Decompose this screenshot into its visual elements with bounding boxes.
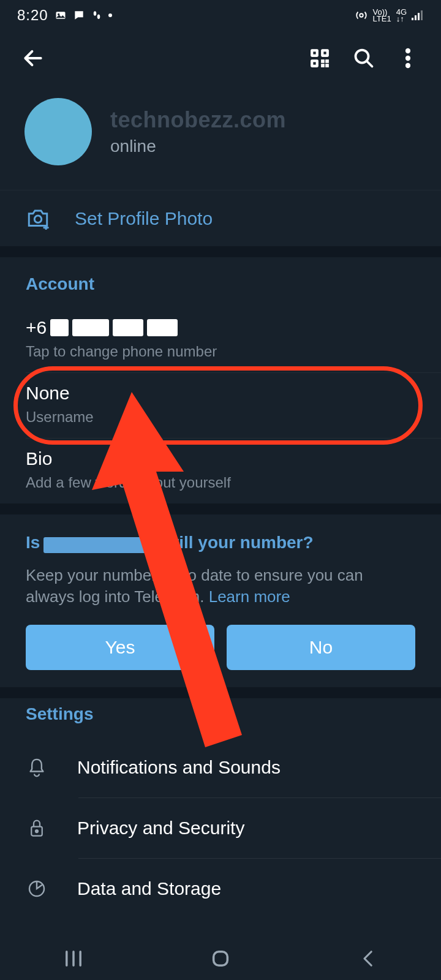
qr-code-button[interactable] <box>305 43 334 73</box>
top-action-bar <box>0 31 441 86</box>
search-button[interactable] <box>349 43 379 73</box>
number-prompt-title: Is still your number? <box>26 533 415 552</box>
volte-indicator: Vo))LTE1 <box>373 9 391 22</box>
settings-item-privacy[interactable]: Privacy and Security <box>0 798 441 858</box>
svg-point-25 <box>36 830 38 832</box>
gallery-icon <box>55 9 67 21</box>
username-field[interactable]: None Username <box>0 373 441 438</box>
bio-field[interactable]: Bio Add a few words about yourself <box>0 439 441 503</box>
status-dot-icon <box>108 13 112 17</box>
username-caption: Username <box>26 409 415 426</box>
svg-rect-6 <box>415 15 417 20</box>
bio-caption: Add a few words about yourself <box>26 474 415 491</box>
number-prompt-body: Keep your number up to date to ensure yo… <box>26 565 415 608</box>
chat-icon <box>73 9 85 21</box>
svg-rect-15 <box>322 60 324 62</box>
network-gen: 4G↓↑ <box>396 9 407 22</box>
status-bar: 8:20 Vo))LTE1 4G↓↑ <box>0 0 441 31</box>
svg-rect-5 <box>412 18 413 20</box>
phone-value: +6 <box>26 317 415 338</box>
svg-point-23 <box>34 216 41 222</box>
account-section: Account +6 Tap to change phone number No… <box>0 257 441 503</box>
set-profile-photo-row[interactable]: Set Profile Photo <box>0 190 441 246</box>
learn-more-link[interactable]: Learn more <box>209 587 290 606</box>
camera-plus-icon <box>26 208 50 230</box>
footsteps-icon <box>91 9 102 21</box>
svg-rect-12 <box>323 51 327 55</box>
pie-chart-icon <box>26 879 48 899</box>
settings-item-label: Privacy and Security <box>77 818 244 839</box>
profile-name: technobezz.com <box>110 107 417 133</box>
settings-item-data[interactable]: Data and Storage <box>0 859 441 919</box>
profile-header: technobezz.com online <box>0 86 441 190</box>
svg-point-21 <box>406 56 410 61</box>
bio-value: Bio <box>26 448 415 469</box>
svg-rect-8 <box>421 10 423 20</box>
back-button[interactable] <box>18 43 48 73</box>
profile-status: online <box>110 137 417 156</box>
settings-title: Settings <box>0 704 441 737</box>
redacted-number <box>43 537 160 553</box>
number-prompt-card: Is still your number? Keep your number u… <box>0 514 441 687</box>
section-divider <box>0 503 441 514</box>
svg-rect-16 <box>326 60 328 62</box>
section-divider <box>0 687 441 698</box>
bell-icon <box>26 757 48 778</box>
no-button[interactable]: No <box>227 625 415 670</box>
status-left: 8:20 <box>17 7 112 24</box>
svg-rect-28 <box>214 952 228 966</box>
svg-point-20 <box>406 49 410 53</box>
username-value: None <box>26 383 415 404</box>
svg-point-22 <box>406 64 410 68</box>
settings-item-label: Notifications and Sounds <box>77 757 281 778</box>
lock-icon <box>26 818 48 839</box>
svg-point-4 <box>360 13 363 17</box>
recents-button[interactable] <box>55 946 92 971</box>
settings-item-label: Data and Storage <box>77 878 221 899</box>
nav-back-button[interactable] <box>349 946 386 971</box>
svg-rect-14 <box>313 62 317 66</box>
hotspot-icon <box>355 9 368 22</box>
home-button[interactable] <box>202 946 239 971</box>
settings-section: Settings Notifications and Sounds Privac… <box>0 698 441 919</box>
section-divider <box>0 246 441 257</box>
svg-rect-17 <box>322 64 324 67</box>
status-time: 8:20 <box>17 7 48 24</box>
signal-icon <box>412 10 424 20</box>
yes-button[interactable]: Yes <box>26 625 214 670</box>
svg-point-2 <box>93 11 96 16</box>
status-right: Vo))LTE1 4G↓↑ <box>355 9 424 22</box>
system-nav-bar <box>0 937 441 980</box>
svg-rect-7 <box>418 13 420 20</box>
settings-item-notifications[interactable]: Notifications and Sounds <box>0 737 441 797</box>
avatar[interactable] <box>24 98 92 165</box>
account-title: Account <box>0 274 441 307</box>
more-button[interactable] <box>393 43 423 73</box>
set-profile-photo-label: Set Profile Photo <box>75 208 213 229</box>
svg-point-3 <box>97 15 100 20</box>
svg-point-1 <box>58 13 59 15</box>
svg-rect-10 <box>313 51 317 55</box>
phone-caption: Tap to change phone number <box>26 343 415 360</box>
svg-rect-18 <box>326 64 328 67</box>
phone-field[interactable]: +6 Tap to change phone number <box>0 307 441 372</box>
